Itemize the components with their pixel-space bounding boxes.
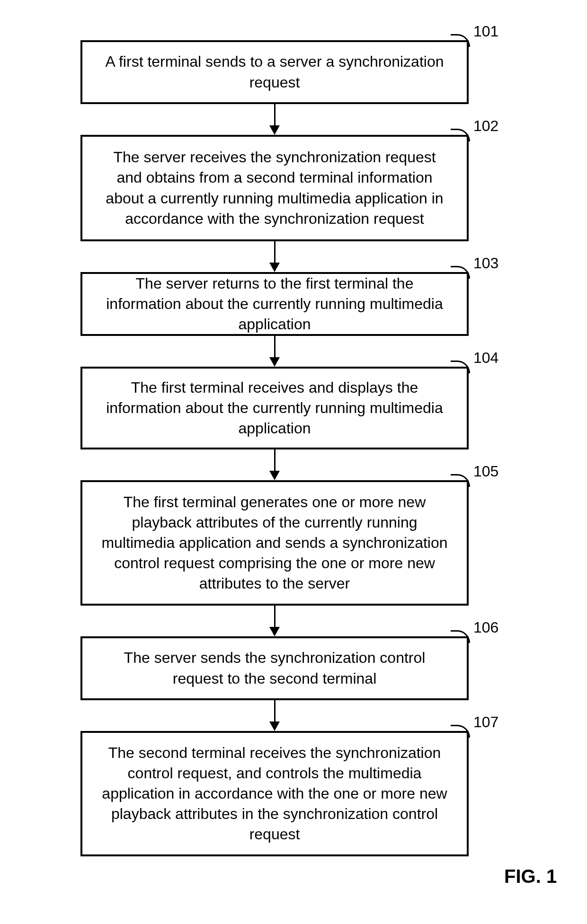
step-105-box: The first terminal generates one or more…	[80, 480, 469, 606]
step-106-leader	[451, 630, 470, 643]
step-105-leader	[451, 474, 470, 487]
step-101-leader	[451, 34, 470, 47]
step-107-label: 107	[473, 713, 498, 731]
step-101-box: A first terminal sends to a server a syn…	[80, 40, 469, 104]
step-103-text: The server returns to the first terminal…	[101, 273, 448, 335]
step-105-label: 105	[473, 463, 498, 480]
figure-label: FIG. 1	[504, 866, 557, 887]
step-101-label: 101	[473, 23, 498, 40]
step-104-box: The first terminal receives and displays…	[80, 367, 469, 449]
step-104-text: The first terminal receives and displays…	[101, 378, 448, 439]
step-107-leader	[451, 725, 470, 738]
step-104-leader	[451, 361, 470, 373]
step-103-leader	[451, 266, 470, 279]
step-103-box: The server returns to the first terminal…	[80, 272, 469, 336]
step-103-label: 103	[473, 255, 498, 272]
step-105-text: The first terminal generates one or more…	[101, 492, 448, 594]
step-102-leader	[451, 129, 470, 141]
flowchart-canvas: A first terminal sends to a server a syn…	[0, 0, 587, 924]
step-102-label: 102	[473, 117, 498, 135]
step-106-box: The server sends the synchronization con…	[80, 636, 469, 700]
step-101-text: A first terminal sends to a server a syn…	[101, 52, 448, 92]
step-102-box: The server receives the synchronization …	[80, 135, 469, 241]
step-104-label: 104	[473, 349, 498, 367]
step-106-text: The server sends the synchronization con…	[101, 648, 448, 688]
step-106-label: 106	[473, 619, 498, 636]
step-102-text: The server receives the synchronization …	[101, 147, 448, 229]
step-107-box: The second terminal receives the synchro…	[80, 731, 469, 856]
step-107-text: The second terminal receives the synchro…	[101, 743, 448, 845]
